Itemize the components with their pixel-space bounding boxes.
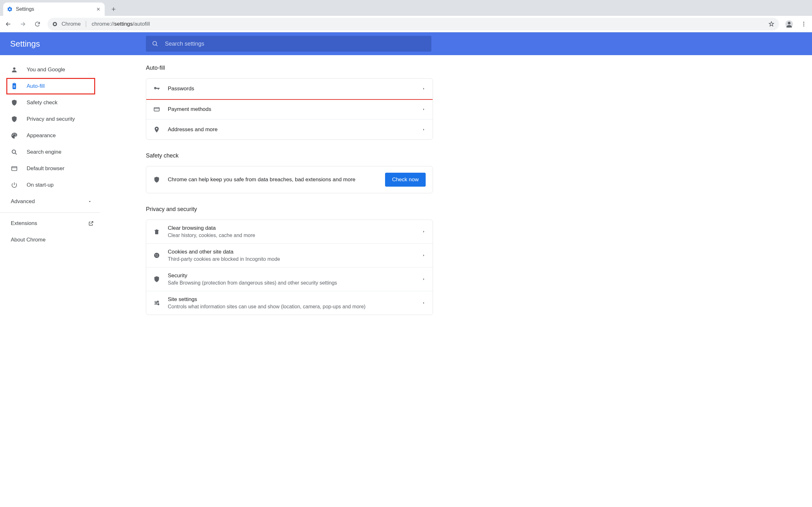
browser-chrome: Settings Chrome │ chrome://settings/auto… bbox=[0, 0, 812, 32]
sidebar-item-label: Search engine bbox=[27, 149, 61, 155]
profile-avatar[interactable] bbox=[783, 18, 796, 31]
person-icon bbox=[11, 66, 18, 73]
search-icon bbox=[152, 40, 159, 47]
close-icon[interactable] bbox=[96, 7, 101, 12]
shield-icon bbox=[153, 276, 160, 283]
sliders-icon bbox=[153, 299, 160, 306]
chevron-right-icon bbox=[422, 277, 426, 281]
chevron-right-icon bbox=[422, 230, 426, 233]
svg-point-18 bbox=[155, 302, 157, 303]
address-bar[interactable]: Chrome │ chrome://settings/autofill bbox=[48, 18, 779, 31]
sidebar-item-label: You and Google bbox=[27, 66, 65, 73]
chrome-product-icon bbox=[52, 21, 58, 27]
section-autofill: Auto-fill Passwords bbox=[146, 65, 433, 140]
svg-point-14 bbox=[157, 254, 158, 255]
pin-icon bbox=[153, 126, 160, 133]
chevron-right-icon bbox=[422, 128, 426, 131]
svg-rect-11 bbox=[154, 107, 159, 111]
card-icon bbox=[153, 106, 160, 113]
bookmark-star-icon[interactable] bbox=[768, 21, 774, 27]
palette-icon bbox=[11, 132, 18, 139]
svg-rect-10 bbox=[12, 167, 17, 171]
sidebar-item-privacy[interactable]: Privacy and security bbox=[0, 111, 105, 127]
sidebar: You and Google Auto-fill Safety check bbox=[0, 55, 105, 507]
chevron-right-icon bbox=[422, 87, 426, 91]
sidebar-item-label: Auto-fill bbox=[27, 83, 45, 89]
key-icon bbox=[153, 85, 160, 92]
safety-check-text: Chrome can help keep you safe from data … bbox=[168, 176, 356, 183]
autofill-card: Passwords Payment methods bbox=[146, 78, 433, 140]
svg-point-8 bbox=[13, 67, 15, 70]
section-title: Auto-fill bbox=[146, 65, 433, 71]
sidebar-item-default-browser[interactable]: Default browser bbox=[0, 160, 105, 177]
svg-point-13 bbox=[155, 255, 156, 255]
safety-card: Chrome can help keep you safe from data … bbox=[146, 166, 433, 193]
new-tab-button[interactable] bbox=[108, 3, 119, 15]
privacy-card: Clear browsing data Clear history, cooki… bbox=[146, 220, 433, 315]
sidebar-item-label: On start-up bbox=[27, 182, 54, 188]
main-content: Auto-fill Passwords bbox=[105, 55, 812, 507]
sidebar-item-you-and-google[interactable]: You and Google bbox=[0, 61, 105, 78]
svg-point-12 bbox=[154, 253, 159, 258]
sidebar-item-about[interactable]: About Chrome bbox=[0, 232, 105, 248]
sidebar-item-search-engine[interactable]: Search engine bbox=[0, 144, 105, 160]
sidebar-item-startup[interactable]: On start-up bbox=[0, 177, 105, 193]
section-title: Privacy and security bbox=[146, 206, 433, 213]
clipboard-icon bbox=[11, 83, 18, 90]
svg-point-16 bbox=[157, 256, 158, 257]
reload-button[interactable] bbox=[31, 18, 44, 31]
svg-point-6 bbox=[803, 25, 804, 26]
row-addresses[interactable]: Addresses and more bbox=[146, 119, 433, 139]
tab-strip: Settings bbox=[0, 0, 812, 16]
check-now-button[interactable]: Check now bbox=[385, 173, 426, 187]
svg-point-17 bbox=[157, 301, 159, 302]
row-cookies[interactable]: Cookies and other site data Third-party … bbox=[146, 243, 433, 267]
settings-app: Settings You and Google Auto-fill bbox=[0, 32, 812, 507]
search-icon bbox=[11, 149, 18, 156]
shield-check-icon bbox=[11, 99, 18, 106]
chevron-down-icon bbox=[88, 199, 92, 204]
external-link-icon bbox=[88, 221, 94, 226]
row-site-settings[interactable]: Site settings Controls what information … bbox=[146, 291, 433, 315]
row-clear-browsing-data[interactable]: Clear browsing data Clear history, cooki… bbox=[146, 220, 433, 243]
section-privacy: Privacy and security Clear browsing data… bbox=[146, 206, 433, 315]
row-passwords[interactable]: Passwords bbox=[146, 78, 433, 99]
search-input[interactable] bbox=[165, 41, 426, 47]
back-button[interactable] bbox=[2, 18, 14, 31]
cookie-icon bbox=[153, 252, 160, 259]
sidebar-advanced-toggle[interactable]: Advanced bbox=[0, 193, 105, 210]
annotation-highlight bbox=[6, 78, 95, 95]
chevron-right-icon bbox=[422, 107, 426, 111]
svg-point-5 bbox=[803, 23, 804, 24]
page-title: Settings bbox=[10, 39, 146, 49]
sidebar-item-label: Default browser bbox=[27, 165, 64, 172]
settings-header: Settings bbox=[0, 32, 812, 55]
url-text: chrome://settings/autofill bbox=[92, 21, 150, 27]
toolbar: Chrome │ chrome://settings/autofill bbox=[0, 16, 812, 32]
svg-point-9 bbox=[12, 150, 15, 153]
svg-point-3 bbox=[788, 21, 791, 24]
trash-icon bbox=[153, 228, 160, 235]
row-security[interactable]: Security Safe Browsing (protection from … bbox=[146, 267, 433, 291]
sidebar-item-label: Privacy and security bbox=[27, 116, 75, 122]
shield-check-icon bbox=[153, 176, 160, 183]
sidebar-item-safety-check[interactable]: Safety check bbox=[0, 95, 105, 111]
chevron-right-icon bbox=[422, 253, 426, 257]
sidebar-item-extensions[interactable]: Extensions bbox=[0, 215, 105, 232]
sidebar-item-label: Safety check bbox=[27, 100, 57, 106]
power-icon bbox=[11, 181, 18, 188]
tab-settings[interactable]: Settings bbox=[3, 3, 105, 16]
section-title: Safety check bbox=[146, 153, 433, 159]
sidebar-item-appearance[interactable]: Appearance bbox=[0, 127, 105, 144]
row-payment-methods[interactable]: Payment methods bbox=[146, 99, 433, 119]
sidebar-item-autofill[interactable]: Auto-fill bbox=[0, 78, 105, 95]
overflow-menu[interactable] bbox=[798, 18, 810, 31]
forward-button[interactable] bbox=[16, 18, 29, 31]
tab-title: Settings bbox=[16, 6, 34, 12]
browser-icon bbox=[11, 165, 18, 172]
shield-icon bbox=[11, 116, 18, 123]
chevron-right-icon bbox=[422, 301, 426, 305]
svg-point-7 bbox=[153, 42, 157, 45]
sidebar-item-label: Appearance bbox=[27, 132, 56, 139]
search-settings[interactable] bbox=[146, 36, 432, 52]
